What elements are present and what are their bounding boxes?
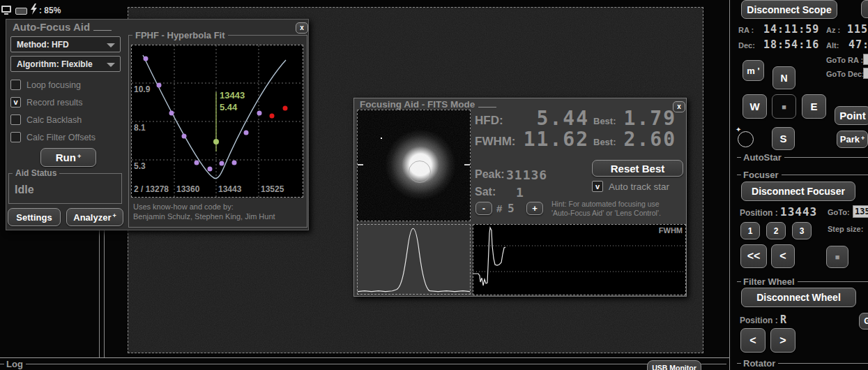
graph-point-current (213, 139, 219, 145)
graph-point-measured (257, 111, 262, 116)
slew-east-button[interactable]: E (802, 94, 826, 119)
slew-stop-button[interactable]: ■ (772, 94, 796, 119)
graph-point-measured (232, 161, 237, 165)
star-index-plus-button[interactable]: + (526, 202, 543, 215)
focuser-preset-2-button[interactable]: 2 (766, 222, 786, 239)
graph-point-measured (220, 161, 224, 166)
autofocus-aid-window: Auto-Focus Aid x Method: HFD Algorithm: … (6, 19, 309, 230)
goto-dec-label: GoTo Dec: (826, 70, 865, 78)
focuser-in-fast-button[interactable]: << (740, 244, 767, 268)
slew-west-button[interactable]: W (743, 94, 767, 119)
focuser-in-button[interactable]: < (771, 244, 795, 268)
run-button[interactable]: Run + (40, 148, 96, 167)
checkbox-label: Record results (26, 98, 83, 108)
graph-credit-line2: Benjamin Schulz, Stephen King, Jim Hunt (133, 212, 275, 221)
slew-north-button[interactable]: N (772, 66, 795, 89)
star-index-value: 5 (508, 202, 516, 215)
hyperbola-fit-plot[interactable]: 10.98.15.32 / 13278133601344313525134435… (131, 45, 303, 198)
hyperbola-fit-svg (132, 45, 303, 197)
checkbox-loop-focusing[interactable]: Loop focusing (10, 76, 96, 94)
hyperbola-fit-title: FPHF - Hyperbola Fit (132, 30, 228, 40)
focuser-preset-3-button[interactable]: 3 (792, 222, 812, 239)
slew-south-button[interactable]: S (772, 127, 795, 150)
algorithm-dropdown[interactable]: Algorithm: Flexible (10, 56, 121, 72)
checkbox-label: Calc Filter Offsets (26, 133, 96, 142)
graph-point-measured (244, 131, 249, 135)
graph-point-measured (169, 111, 174, 116)
hyperbola-fit-groupbox: FPHF - Hyperbola Fit 10.98.15.32 / 13278… (128, 35, 307, 228)
checkbox-box[interactable] (10, 80, 21, 90)
close-icon[interactable]: x (296, 22, 308, 34)
goto-dec-field[interactable] (863, 68, 868, 79)
battery-percent: : 85% (39, 6, 61, 15)
ra-value: 14:11:59 (763, 23, 819, 36)
step-size-label: Step size: (828, 225, 863, 233)
stop-icon: ■ (835, 253, 840, 261)
focuser-goto-field[interactable]: 135 (853, 205, 868, 218)
peak-value: 31136 (506, 168, 547, 182)
graph-credit-line1: Uses know-how and code by: (133, 202, 234, 212)
checkbox-calc-filter-offsets[interactable]: Calc Filter Offsets (10, 128, 96, 146)
chevron-down-icon (107, 63, 115, 67)
checkbox-box[interactable] (10, 132, 21, 142)
fwhm-history-plot: FWHM (473, 224, 686, 295)
hfd-value: 5.44 (516, 107, 589, 130)
focusing-aid-title: Focusing Aid - FITS Mode (360, 99, 496, 110)
graph-point-measured (208, 167, 213, 172)
app-root: { "status_bar": { "battery": ": 85%" }, … (0, 0, 868, 370)
wheel-go-button[interactable]: G (859, 313, 868, 330)
usb-monitor-button[interactable]: USB Monitor (647, 360, 701, 370)
focuser-section-header: Focuser (737, 170, 868, 180)
focuser-preset-1-button[interactable]: 1 (740, 222, 760, 239)
hint-line1: Hint: For automated focusing use (551, 200, 660, 209)
checkbox-box[interactable]: v (10, 97, 21, 108)
settings-button[interactable]: Settings (8, 208, 61, 226)
checkbox-label: Calc Backlash (26, 115, 82, 125)
checkbox-label: Loop focusing (26, 80, 81, 90)
graph-x-tick: 13443 (218, 184, 241, 194)
star-preview-image[interactable] (357, 110, 471, 221)
focuser-stop-button[interactable]: ■ (826, 246, 848, 268)
graph-point-outlier (270, 114, 275, 119)
point-button[interactable]: Point (835, 106, 868, 125)
alt-label: Alt: (826, 41, 839, 50)
auto-track-label: Auto track star (609, 182, 669, 192)
reset-best-button[interactable]: Reset Best (592, 160, 683, 177)
fwhm-best-value: 2.60 (619, 128, 676, 151)
chevron-down-icon (107, 43, 115, 47)
aid-status-groupbox: Aid Status Idle (8, 173, 122, 204)
checkbox-box[interactable] (10, 114, 21, 125)
monitor-icon (1, 6, 11, 13)
graph-point-outlier (283, 106, 288, 111)
graph-y-tick: 5.3 (134, 161, 146, 171)
bottom-separator-line (0, 357, 729, 358)
checkbox-calc-backlash[interactable]: Calc Backlash (10, 111, 96, 128)
disconnect-wheel-button[interactable]: Disconnect Wheel (741, 288, 856, 307)
checkbox-record-results[interactable]: vRecord results (10, 94, 96, 111)
wheel-position-label: Position : (740, 316, 778, 325)
auto-track-checkbox[interactable]: v (592, 181, 603, 192)
disconnect-focuser-button[interactable]: Disconnect Focuser (741, 182, 855, 201)
sync-m-button[interactable]: m ' (743, 60, 764, 81)
park-button[interactable]: Park+ (837, 131, 868, 148)
focuser-position-value: 13443 (780, 205, 817, 219)
wheel-prev-button[interactable]: < (740, 328, 766, 353)
graph-y-tick: 10.9 (134, 84, 150, 94)
method-dropdown[interactable]: Method: HFD (10, 36, 121, 52)
alt-value: 47:2 (848, 38, 868, 51)
sync-target-icon[interactable] (738, 131, 754, 147)
edge-cut-button[interactable] (861, 0, 868, 18)
crosshair-tick-right (464, 164, 470, 165)
star-selection-ring (409, 161, 431, 183)
analyzer-button[interactable]: Analyzer + (66, 208, 123, 226)
graph-annotation-position: 13443 (220, 90, 245, 101)
method-dropdown-value: Method: HFD (17, 40, 69, 50)
star-index-hash: # (496, 202, 502, 214)
wheel-next-button[interactable]: > (770, 328, 795, 353)
goto-ra-field[interactable] (863, 54, 868, 65)
star-index-minus-button[interactable]: - (475, 202, 492, 215)
focusing-aid-window: Focusing Aid - FITS Mode x HFD: 5.44 Bes… (353, 98, 687, 297)
disconnect-scope-button[interactable]: Disconnect Scope (741, 0, 837, 19)
right-separator-line (729, 0, 730, 370)
graph-x-tick: 2 / 13278 (134, 184, 169, 194)
